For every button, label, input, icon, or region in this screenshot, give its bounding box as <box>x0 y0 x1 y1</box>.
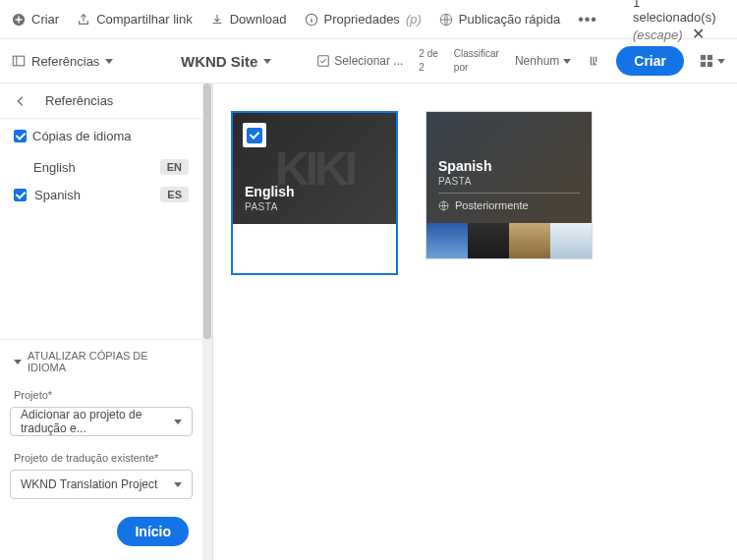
svg-rect-8 <box>708 62 712 67</box>
chevron-down-icon <box>174 420 182 424</box>
sort-direction[interactable] <box>587 54 600 68</box>
start-button[interactable]: Início <box>117 517 189 546</box>
top-action-bar: Criar Compartilhar link Download Proprie… <box>0 0 737 39</box>
download-icon <box>210 13 224 27</box>
language-label: Spanish <box>34 188 152 202</box>
language-row-english[interactable]: English EN <box>0 153 202 181</box>
page-card-english[interactable]: KIKI English PASTA <box>231 111 398 532</box>
sort-order-icon <box>587 54 600 68</box>
page-frac-bottom: 2 <box>419 63 425 73</box>
existing-project-select[interactable]: WKND Translation Project <box>10 470 193 499</box>
card-subtitle: PASTA <box>245 201 384 212</box>
globe-icon <box>438 200 449 211</box>
rail-left-icon <box>12 54 26 68</box>
page-card-spanish[interactable]: Spanish PASTA Posteriormente <box>425 111 593 532</box>
more-icon: ••• <box>578 11 597 28</box>
update-copies-accordion[interactable]: ATUALIZAR CÓPIAS DE IDIOMA <box>0 339 202 383</box>
sort-bottom: por <box>454 63 468 73</box>
svg-rect-3 <box>13 56 24 66</box>
selected-count: 1 selecionado(s) <box>633 0 716 25</box>
properties-label: Propriedades <box>324 12 400 27</box>
quick-publish-action[interactable]: Publicação rápida <box>439 12 560 27</box>
project-field-label: Projeto* <box>0 383 202 403</box>
escape-hint: (escape) <box>633 28 683 42</box>
sort-label: Classificar por <box>454 49 499 73</box>
panel-title: Referências <box>45 93 113 108</box>
card-title: English <box>245 184 384 199</box>
language-checkbox[interactable] <box>14 189 27 201</box>
chevron-left-icon <box>14 94 28 108</box>
sort-value: Nenhum <box>515 54 559 68</box>
rail-label: Referências <box>31 54 99 69</box>
card-status-text: Posteriormente <box>455 199 529 211</box>
panel-back-header[interactable]: Referências <box>0 84 202 119</box>
select-all-checkbox[interactable] <box>14 130 27 142</box>
properties-key-hint: (p) <box>406 12 422 27</box>
svg-rect-5 <box>701 55 706 60</box>
card-checkbox[interactable] <box>243 123 266 147</box>
project-value: Adicionar ao projeto de tradução e... <box>21 408 174 435</box>
site-title-text: WKND Site <box>181 53 257 70</box>
chevron-down-icon <box>105 59 113 64</box>
language-copies-title: Cópias de idioma <box>32 129 131 143</box>
download-action[interactable]: Download <box>210 12 287 27</box>
share-icon <box>77 13 90 27</box>
svg-rect-6 <box>708 55 712 60</box>
create-label: Criar <box>31 12 59 27</box>
language-row-spanish[interactable]: Spanish ES <box>0 181 202 208</box>
chevron-down-icon <box>174 482 182 487</box>
selection-info: 1 selecionado(s) (escape) ✕ <box>633 0 725 43</box>
more-actions[interactable]: ••• <box>578 11 597 28</box>
quick-publish-label: Publicação rápida <box>459 12 560 27</box>
share-link-action[interactable]: Compartilhar link <box>77 12 193 27</box>
existing-project-label: Projeto de tradução existente* <box>0 446 202 466</box>
share-label: Compartilhar link <box>96 12 193 27</box>
breadcrumb-title[interactable]: WKND Site <box>181 53 271 70</box>
language-label: English <box>33 160 152 175</box>
select-label: Selecionar ... <box>334 54 403 68</box>
pagination-info: 2 de 2 <box>419 49 437 73</box>
sort-dropdown[interactable]: Nenhum <box>515 54 571 68</box>
download-label: Download <box>230 12 287 27</box>
page-frac-top: 2 de <box>419 49 437 59</box>
create-button[interactable]: Criar <box>616 46 684 76</box>
card-view-icon <box>700 54 713 68</box>
card-title: Spanish <box>438 158 580 174</box>
chevron-down-icon <box>14 360 22 364</box>
chevron-down-icon <box>563 59 571 64</box>
secondary-bar: Referências WKND Site Selecionar ... 2 d… <box>0 39 737 84</box>
language-copies-header[interactable]: Cópias de idioma <box>0 119 202 153</box>
sort-top: Classificar <box>454 49 499 59</box>
chevron-down-icon <box>263 59 271 64</box>
card-subtitle: PASTA <box>438 176 580 187</box>
info-icon <box>305 13 318 27</box>
select-mode[interactable]: Selecionar ... <box>316 54 403 68</box>
existing-project-value: WKND Translation Project <box>21 477 157 491</box>
create-action[interactable]: Criar <box>12 12 59 27</box>
main-area: Referências Cópias de idioma English EN … <box>0 84 737 560</box>
project-select[interactable]: Adicionar ao projeto de tradução e... <box>10 407 193 436</box>
view-switcher[interactable] <box>700 54 725 68</box>
chevron-down-icon <box>717 59 725 64</box>
rail-toggle[interactable]: Referências <box>12 54 113 69</box>
card-thumbnails <box>426 223 592 258</box>
svg-rect-4 <box>318 56 329 67</box>
accordion-label: ATUALIZAR CÓPIAS DE IDIOMA <box>28 350 189 373</box>
card-status: Posteriormente <box>438 193 580 211</box>
properties-action[interactable]: Propriedades (p) <box>305 12 422 27</box>
language-code: ES <box>160 187 189 202</box>
checkbox-icon <box>316 54 330 68</box>
globe-icon <box>439 13 453 27</box>
panel-scrollbar[interactable] <box>202 84 212 560</box>
card-grid: KIKI English PASTA Spanish PASTA <box>213 84 737 560</box>
language-code: EN <box>160 159 189 175</box>
references-panel: Referências Cópias de idioma English EN … <box>0 84 213 560</box>
svg-rect-7 <box>701 62 706 67</box>
deselect-button[interactable]: ✕ <box>692 26 705 42</box>
plus-circle-icon <box>12 13 26 27</box>
